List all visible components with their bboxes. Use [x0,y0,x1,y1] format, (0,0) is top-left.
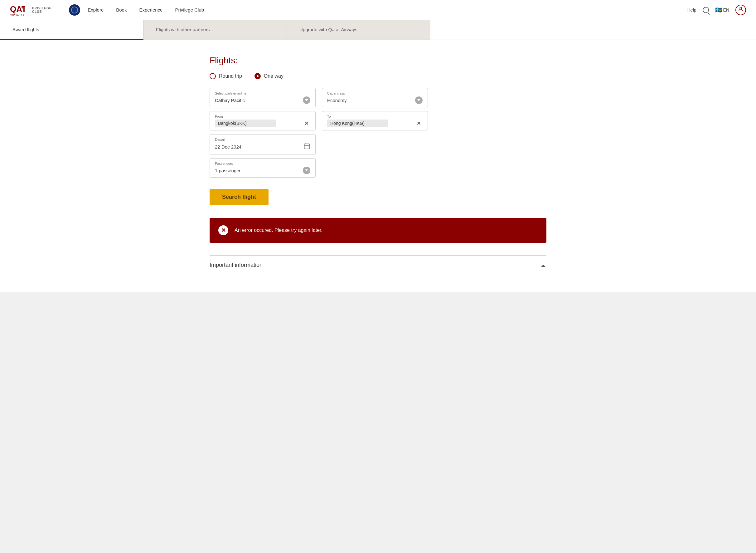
important-info-section: Important information [210,255,546,276]
important-info-divider [210,276,546,276]
from-clear-button[interactable]: ✕ [302,120,310,127]
to-input[interactable] [327,120,388,127]
navbar: QATAR AIRWAYS ✈ PRIVILEGE CLUB Explore B… [0,0,756,20]
help-link[interactable]: Help [687,7,696,12]
form-row-3: Depart 22 Dec 2024 [210,134,546,154]
chevron-up-icon[interactable] [540,262,546,268]
cabin-class-value-row: Economy [327,96,422,104]
form-row-4: Passengers 1 passenger [210,158,546,177]
logo-symbol: QATAR AIRWAYS ✈ [10,2,25,17]
passengers-value: 1 passenger [215,168,241,173]
brand-logo: QATAR AIRWAYS ✈ PRIVILEGE CLUB [10,2,52,17]
privilege-line2: CLUB [32,10,52,13]
to-field[interactable]: To ✕ [322,111,428,131]
svg-rect-4 [304,144,310,149]
flag-icon: 🇸🇪 [715,7,722,13]
svg-text:AIRWAYS: AIRWAYS [10,13,25,16]
svg-text:✈: ✈ [21,6,24,9]
nav-explore[interactable]: Explore [88,7,104,12]
from-input-row [215,120,276,127]
language-selector[interactable]: 🇸🇪 EN [715,7,729,13]
cabin-class-label: Cabin class [327,91,422,95]
error-icon: ✕ [218,225,228,235]
to-value-row: ✕ [327,120,422,127]
profile-button[interactable] [735,5,746,15]
passengers-value-row: 1 passenger [215,167,310,174]
passengers-label: Passengers [215,162,310,165]
nav-book[interactable]: Book [116,7,127,12]
from-input[interactable] [215,120,276,127]
form-row-2: From ✕ To ✕ [210,111,546,131]
to-label: To [327,114,422,118]
partner-airline-label: Select partner airline [215,91,310,95]
one-way-option[interactable]: One way [255,73,284,79]
passengers-field[interactable]: Passengers 1 passenger [210,158,316,177]
tab-award-flights[interactable]: Award flights [0,20,144,40]
one-way-radio[interactable] [255,73,261,79]
svg-point-3 [740,7,742,9]
to-clear-button[interactable]: ✕ [415,120,422,127]
oneworld-icon [71,7,78,13]
nav-privilege-club[interactable]: Privilege Club [175,7,204,12]
one-way-label: One way [264,73,284,79]
trip-type-row: Round trip One way [210,73,546,79]
search-icon[interactable] [703,7,709,13]
form-row-1: Select partner airline Cathay Pacific Ca… [210,88,546,107]
tabs-bar: Award flights Flights with other partner… [0,20,756,40]
to-input-row [327,120,388,127]
privilege-line1: PRIVILEGE [32,7,52,10]
partner-airline-value: Cathay Pacific [215,98,245,103]
search-flight-button[interactable]: Search flight [210,189,269,205]
cabin-class-field[interactable]: Cabin class Economy [322,88,428,107]
passengers-chevron[interactable] [303,167,310,174]
depart-field[interactable]: Depart 22 Dec 2024 [210,134,316,154]
profile-icon [738,6,744,13]
depart-value-row: 22 Dec 2024 [215,143,310,151]
language-code: EN [723,7,729,12]
nav-links: Explore Book Experience Privilege Club [88,7,687,12]
partner-airline-chevron[interactable] [303,96,310,104]
important-info-title: Important information [210,262,263,268]
important-info-header[interactable]: Important information [210,262,546,273]
tab-flights-partners[interactable]: Flights with other partners [144,20,287,40]
oneworld-logo [69,4,80,16]
from-label: From [215,114,310,118]
calendar-icon[interactable] [303,143,310,151]
privilege-club-brand: PRIVILEGE CLUB [29,7,52,13]
depart-label: Depart [215,138,310,141]
from-field[interactable]: From ✕ [210,111,316,131]
page-title: Flights: [210,56,546,66]
from-value-row: ✕ [215,120,310,127]
depart-value: 22 Dec 2024 [215,144,242,150]
nav-experience[interactable]: Experience [139,7,163,12]
error-x-icon: ✕ [221,227,226,234]
search-circle [703,7,709,13]
tab-upgrade[interactable]: Upgrade with Qatar Airways [287,20,431,40]
qatar-airways-logo: QATAR AIRWAYS ✈ PRIVILEGE CLUB [10,2,52,17]
partner-airline-field[interactable]: Select partner airline Cathay Pacific [210,88,316,107]
main-content: Flights: Round trip One way Select partn… [191,43,565,289]
nav-right: Help 🇸🇪 EN [687,5,746,15]
cabin-class-chevron[interactable] [415,96,422,104]
partner-airline-value-row: Cathay Pacific [215,96,310,104]
cabin-class-value: Economy [327,98,347,103]
error-message: An error occured. Please try again later… [234,228,322,233]
round-trip-radio[interactable] [210,73,216,79]
error-banner: ✕ An error occured. Please try again lat… [210,218,546,243]
round-trip-option[interactable]: Round trip [210,73,242,79]
round-trip-label: Round trip [219,73,242,79]
